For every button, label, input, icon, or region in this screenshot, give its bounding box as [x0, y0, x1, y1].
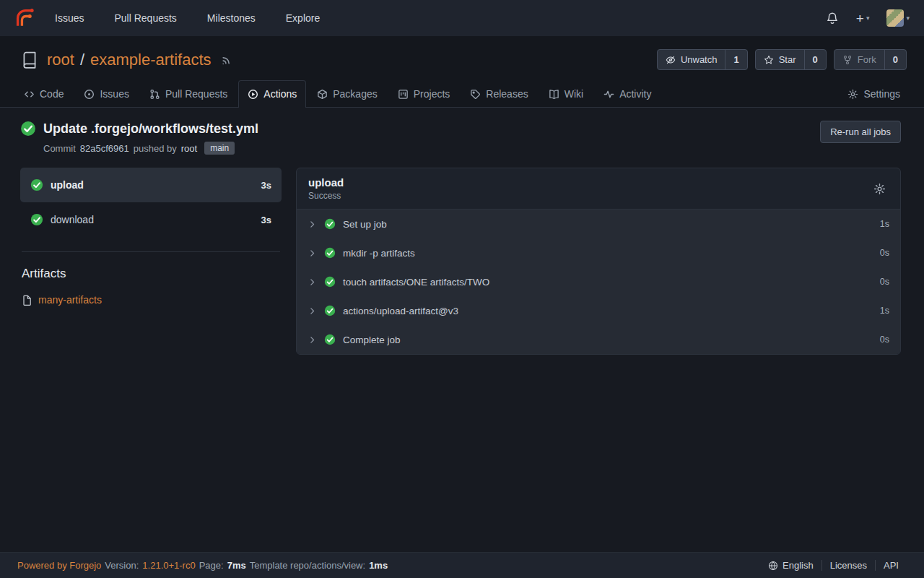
repo-title: root / example-artifacts: [47, 51, 212, 69]
pushed-by-text: pushed by: [134, 143, 177, 154]
chevron-right-icon: [308, 220, 317, 229]
forgejo-logo[interactable]: [14, 7, 36, 29]
step-label: Complete job: [343, 335, 401, 345]
tab-activity[interactable]: Activity: [594, 80, 661, 107]
rss-icon[interactable]: [221, 53, 233, 66]
chevron-right-icon: [308, 306, 317, 316]
nav-milestones[interactable]: Milestones: [207, 12, 256, 24]
fork-label: Fork: [858, 54, 876, 65]
steps-list: Set up job 1s mkdir -p artifacts 0s touc…: [297, 210, 900, 354]
tab-releases[interactable]: Releases: [461, 80, 537, 107]
tab-packages[interactable]: Packages: [308, 80, 386, 107]
nav-links: Issues Pull Requests Milestones Explore: [55, 12, 320, 24]
unwatch-button[interactable]: Unwatch 1: [657, 49, 748, 70]
tab-label: Actions: [263, 88, 297, 100]
run-title: Update .forgejo/workflows/test.yml: [43, 121, 258, 137]
tab-actions[interactable]: Actions: [238, 80, 306, 108]
git-pull-request-icon: [149, 89, 160, 100]
branch-badge[interactable]: main: [204, 142, 235, 155]
file-icon: [22, 295, 32, 306]
caret-down-icon: ▾: [866, 14, 870, 22]
star-button[interactable]: Star 0: [755, 49, 827, 70]
job-detail-name: upload: [308, 176, 344, 189]
repo-name-link[interactable]: example-artifacts: [90, 51, 212, 69]
version-label: Version:: [105, 560, 139, 571]
artifact-link-many-artifacts[interactable]: many-artifacts: [22, 294, 282, 306]
gear-icon: [847, 89, 858, 100]
repo-owner-link[interactable]: root: [47, 51, 74, 69]
repo-action-buttons: Unwatch 1 Star 0: [657, 49, 907, 70]
step-label: mkdir -p artifacts: [343, 248, 415, 259]
repo-tabs: Code Issues Pull Requests Actions Packag…: [0, 80, 924, 108]
commit-line: Commit 82a5cf6961 pushed by root main: [43, 142, 258, 155]
step-duration: 1s: [880, 306, 889, 316]
pulse-icon: [603, 89, 614, 100]
forks-count[interactable]: 0: [884, 50, 906, 69]
template-time-label: Template repo/actions/view:: [250, 560, 365, 571]
tab-wiki[interactable]: Wiki: [539, 80, 593, 107]
tab-label: Issues: [100, 88, 128, 100]
job-detail-header: upload Success: [297, 168, 900, 210]
step-label: Set up job: [343, 219, 387, 230]
api-link[interactable]: API: [875, 560, 907, 571]
step-success-icon: [324, 247, 336, 259]
tab-issues[interactable]: Issues: [74, 80, 138, 107]
watchers-count[interactable]: 1: [725, 50, 746, 69]
notifications-bell-icon[interactable]: [826, 12, 839, 25]
powered-by-forgejo-link[interactable]: Powered by Forgejo: [17, 560, 101, 571]
page-time-label: Page:: [199, 560, 224, 571]
tab-settings[interactable]: Settings: [838, 80, 910, 107]
navbar-right: + ▾ ▾: [826, 9, 910, 27]
step-row[interactable]: Set up job 1s: [297, 210, 900, 238]
rerun-all-jobs-button[interactable]: Re-run all jobs: [820, 121, 901, 143]
language-label: English: [783, 560, 814, 571]
chevron-right-icon: [308, 277, 317, 287]
run-success-icon: [20, 121, 36, 137]
plus-icon: +: [856, 12, 864, 25]
page-footer: Powered by Forgejo Version: 1.21.0+1-rc0…: [0, 552, 924, 578]
commit-sha-link[interactable]: 82a5cf6961: [80, 143, 129, 154]
licenses-link[interactable]: Licenses: [821, 560, 875, 571]
play-circle-icon: [248, 89, 258, 100]
step-row[interactable]: mkdir -p artifacts 0s: [297, 238, 900, 267]
tab-label: Code: [40, 88, 64, 100]
step-duration: 0s: [880, 335, 889, 345]
book-icon: [549, 89, 559, 100]
step-row[interactable]: Complete job 0s: [297, 325, 900, 354]
project-board-icon: [398, 89, 409, 100]
tab-label: Packages: [333, 88, 377, 100]
tab-pull-requests[interactable]: Pull Requests: [140, 80, 237, 107]
avatar: [886, 9, 904, 27]
step-row[interactable]: touch artifacts/ONE artifacts/TWO 0s: [297, 267, 900, 296]
user-menu[interactable]: ▾: [886, 9, 910, 27]
nav-issues[interactable]: Issues: [55, 12, 84, 24]
fork-icon: [842, 55, 853, 65]
nav-pull-requests[interactable]: Pull Requests: [114, 12, 176, 24]
step-success-icon: [324, 305, 336, 316]
version-link[interactable]: 1.21.0+1-rc0: [142, 560, 195, 571]
tab-projects[interactable]: Projects: [388, 80, 460, 107]
tab-code[interactable]: Code: [14, 80, 73, 107]
tab-label: Releases: [486, 88, 528, 100]
step-row[interactable]: actions/upload-artifact@v3 1s: [297, 296, 900, 325]
nav-explore[interactable]: Explore: [286, 12, 320, 24]
create-new-button[interactable]: + ▾: [856, 12, 870, 25]
package-icon: [317, 89, 328, 100]
job-name: upload: [51, 179, 84, 191]
job-row-upload[interactable]: upload 3s: [20, 168, 282, 202]
commit-author-link[interactable]: root: [181, 143, 197, 154]
jobs-sidebar: upload 3s download 3s Artifacts many-art…: [20, 168, 282, 306]
job-detail-card: upload Success Set up job 1s: [296, 168, 901, 355]
fork-button[interactable]: Fork 0: [834, 49, 907, 70]
artifact-name: many-artifacts: [38, 294, 102, 306]
step-duration: 0s: [880, 248, 889, 258]
run-header: Update .forgejo/workflows/test.yml Commi…: [0, 108, 924, 158]
chevron-right-icon: [308, 249, 317, 258]
job-options-gear-icon[interactable]: [871, 180, 889, 198]
job-row-download[interactable]: download 3s: [20, 202, 282, 237]
unwatch-label: Unwatch: [681, 54, 718, 65]
stars-count[interactable]: 0: [804, 50, 826, 69]
step-success-icon: [324, 218, 336, 230]
job-duration: 3s: [261, 215, 271, 225]
language-selector[interactable]: English: [760, 560, 821, 571]
